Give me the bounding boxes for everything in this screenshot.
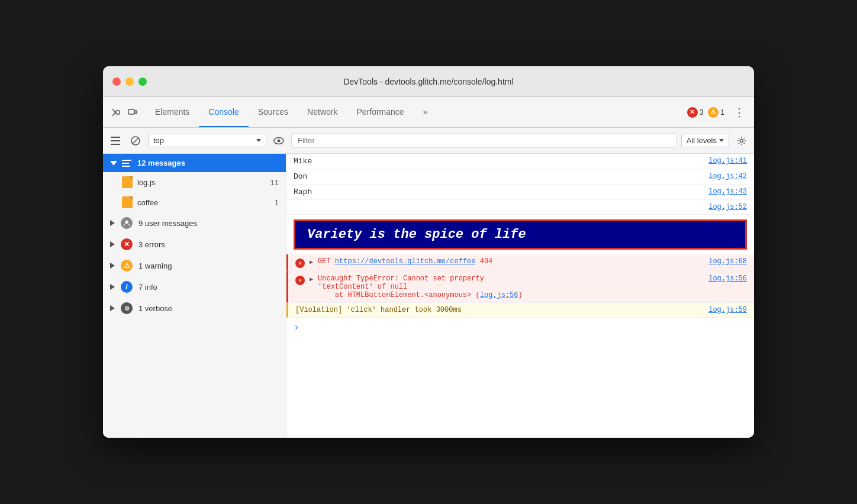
row-text: Raph [294, 188, 704, 196]
group-label: 12 messages [137, 159, 185, 167]
expand-icon[interactable]: ▶ [310, 259, 313, 266]
filename-logjs: log.js [137, 178, 155, 187]
table-row: ✕ ▶ GET https://devtools.glitch.me/coffe… [286, 254, 754, 272]
file-icon-coffee [122, 196, 133, 208]
window-title: DevTools - devtools.glitch.me/console/lo… [343, 77, 513, 86]
warning-label: 1 warning [138, 261, 172, 270]
count-logjs: 11 [270, 178, 279, 187]
svg-rect-5 [111, 144, 120, 145]
triangle-icon-errors [110, 241, 115, 247]
tab-elements[interactable]: Elements [146, 97, 199, 127]
tab-toolbar: Elements Console Sources Network Perform… [103, 97, 754, 128]
titlebar: DevTools - devtools.glitch.me/console/lo… [103, 66, 754, 97]
table-row: ✕ ▶ Uncaught TypeError: Cannot set prope… [286, 272, 754, 303]
errors-icon: ✕ [121, 238, 133, 250]
sidebar-toggle-icon[interactable] [108, 133, 123, 148]
warn-count-icon: ⚠ [708, 107, 719, 118]
user-messages-label: 9 user messages [138, 219, 197, 228]
warn-text: [Violation] 'click' handler took 3000ms [295, 306, 462, 314]
source-link[interactable]: log.js:41 [708, 157, 747, 165]
svg-rect-12 [122, 163, 129, 164]
sidebar-section-info[interactable]: i 7 info [103, 276, 286, 298]
levels-select[interactable]: All levels [681, 134, 729, 147]
group-collapse-icon [110, 161, 117, 166]
more-menu-icon[interactable]: ⋮ [729, 104, 749, 121]
sidebar-section-errors[interactable]: ✕ 3 errors [103, 234, 286, 255]
error-icon: ✕ [295, 259, 305, 268]
tab-more[interactable]: » [414, 97, 437, 127]
table-row: Raph log.js:43 [286, 185, 754, 200]
row-text: Don [294, 172, 704, 181]
device-icon[interactable] [124, 104, 141, 121]
sidebar-item-logjs[interactable]: log.js 11 [103, 172, 286, 192]
info-icon: i [121, 281, 133, 293]
source-link[interactable]: log.js:42 [708, 172, 747, 180]
sidebar-item-coffee[interactable]: coffee 1 [103, 192, 286, 212]
svg-point-14 [125, 221, 128, 224]
svg-rect-11 [122, 160, 131, 161]
sidebar-section-user-messages[interactable]: 9 user messages [103, 212, 286, 234]
maximize-button[interactable] [138, 77, 147, 86]
svg-rect-4 [111, 140, 120, 141]
info-label: 7 info [138, 283, 157, 292]
error-count: 3 [700, 108, 704, 117]
devtools-window: DevTools - devtools.glitch.me/console/lo… [103, 66, 754, 438]
tab-network[interactable]: Network [298, 97, 347, 127]
console-prompt[interactable]: › [286, 318, 754, 338]
tab-sources[interactable]: Sources [249, 97, 298, 127]
verbose-icon: ⚙ [121, 302, 133, 314]
settings-icon[interactable] [734, 133, 749, 148]
eye-icon[interactable] [271, 133, 286, 148]
triangle-icon-verbose [110, 305, 115, 311]
source-link-3[interactable]: log.js:56 [708, 274, 747, 283]
minimize-button[interactable] [125, 77, 134, 86]
console-output[interactable]: Mike log.js:41 Don log.js:42 Raph log.js… [286, 154, 754, 438]
svg-rect-1 [128, 109, 134, 114]
type-error-text2: 'textContent' of null [318, 283, 704, 291]
highlight-text: Variety is the spice of life [307, 227, 526, 242]
svg-rect-2 [135, 111, 137, 114]
svg-point-10 [740, 139, 743, 142]
table-row: Mike log.js:41 [286, 154, 754, 169]
source-link-warn[interactable]: log.js:59 [708, 306, 747, 314]
tab-console[interactable]: Console [199, 97, 248, 127]
warning-icon: ⚠ [121, 260, 133, 272]
filename-coffee: coffee [137, 198, 158, 207]
inspect-icon[interactable] [108, 104, 124, 121]
expand-icon-2[interactable]: ▶ [310, 276, 313, 283]
verbose-label: 1 verbose [138, 304, 172, 313]
highlight-box: Variety is the spice of life [294, 219, 747, 250]
context-select[interactable]: top [148, 134, 266, 147]
traffic-lights [112, 77, 147, 86]
type-error-text: Uncaught TypeError: Cannot set property [318, 274, 704, 283]
sidebar: 12 messages log.js 11 coffee 1 [103, 154, 286, 438]
row-text: Mike [294, 157, 704, 166]
triangle-icon [110, 220, 115, 226]
source-link[interactable]: log.js:43 [708, 188, 747, 196]
user-messages-icon [121, 217, 133, 229]
clear-icon[interactable] [128, 133, 143, 148]
close-button[interactable] [112, 77, 121, 86]
filter-input[interactable] [291, 133, 676, 148]
error-badge[interactable]: ✕ 3 [687, 107, 704, 118]
svg-line-7 [133, 138, 138, 144]
triangle-icon-warning [110, 263, 115, 269]
main-content: 12 messages log.js 11 coffee 1 [103, 154, 754, 438]
error-source-link[interactable]: log.js:56 [480, 291, 518, 299]
source-link[interactable]: log.js:68 [708, 257, 747, 266]
levels-label: All levels [687, 136, 717, 145]
tab-performance[interactable]: Performance [347, 97, 413, 127]
chevron-down-icon [256, 139, 261, 142]
warn-badge[interactable]: ⚠ 1 [708, 107, 724, 118]
sidebar-section-verbose[interactable]: ⚙ 1 verbose [103, 298, 286, 319]
sidebar-group-header[interactable]: 12 messages [103, 154, 286, 172]
error-url-link[interactable]: https://devtools.glitch.me/coffee [335, 257, 476, 266]
source-link[interactable]: log.js:52 [708, 203, 747, 211]
sidebar-section-warning[interactable]: ⚠ 1 warning [103, 255, 286, 276]
triangle-icon-info [110, 284, 115, 290]
file-icon-logjs [122, 176, 133, 188]
type-error-text3: at HTMLButtonElement.<anonymous> (log.js… [318, 291, 704, 299]
error-icon-2: ✕ [295, 276, 305, 285]
toolbar-right: ✕ 3 ⚠ 1 ⋮ [687, 104, 749, 121]
context-value: top [153, 136, 164, 145]
